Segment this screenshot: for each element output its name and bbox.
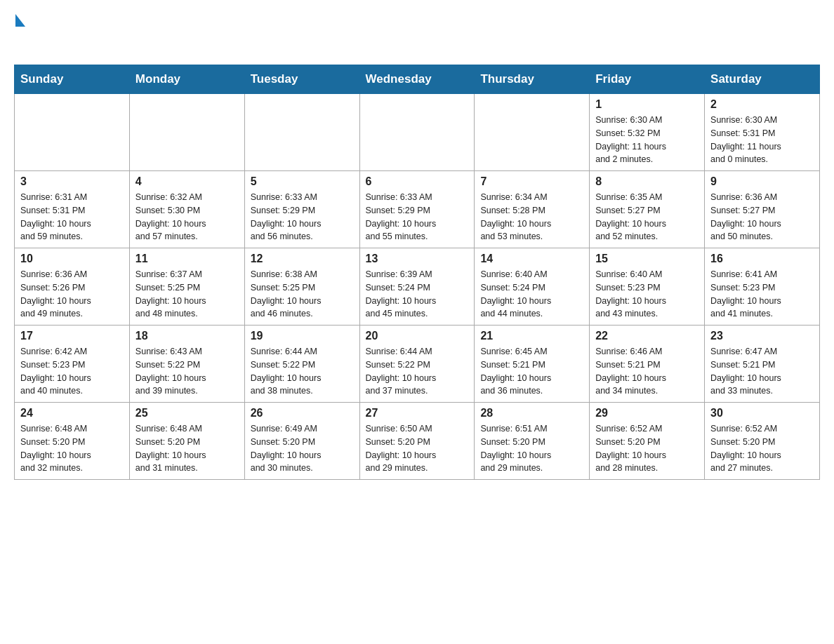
calendar-week-row: 24Sunrise: 6:48 AM Sunset: 5:20 PM Dayli… (15, 403, 820, 480)
calendar-cell (475, 94, 590, 171)
calendar-cell: 12Sunrise: 6:38 AM Sunset: 5:25 PM Dayli… (244, 248, 359, 326)
calendar-cell: 9Sunrise: 6:36 AM Sunset: 5:27 PM Daylig… (705, 171, 820, 248)
day-info: Sunrise: 6:44 AM Sunset: 5:22 PM Dayligh… (251, 345, 354, 398)
calendar-cell: 17Sunrise: 6:42 AM Sunset: 5:23 PM Dayli… (15, 326, 130, 403)
calendar-cell: 5Sunrise: 6:33 AM Sunset: 5:29 PM Daylig… (244, 171, 359, 248)
calendar-cell: 26Sunrise: 6:49 AM Sunset: 5:20 PM Dayli… (244, 403, 359, 480)
day-info: Sunrise: 6:31 AM Sunset: 5:31 PM Dayligh… (20, 191, 124, 243)
calendar-cell: 22Sunrise: 6:46 AM Sunset: 5:21 PM Dayli… (590, 326, 705, 403)
calendar-cell: 10Sunrise: 6:36 AM Sunset: 5:26 PM Dayli… (15, 248, 130, 326)
day-info: Sunrise: 6:40 AM Sunset: 5:24 PM Dayligh… (480, 268, 583, 321)
day-number: 4 (135, 175, 239, 188)
calendar-cell: 25Sunrise: 6:48 AM Sunset: 5:20 PM Dayli… (129, 403, 244, 480)
day-info: Sunrise: 6:30 AM Sunset: 5:32 PM Dayligh… (595, 114, 699, 166)
column-header-saturday: Saturday (705, 65, 820, 94)
calendar-cell: 3Sunrise: 6:31 AM Sunset: 5:31 PM Daylig… (15, 171, 130, 248)
day-number: 12 (251, 253, 354, 265)
calendar-cell: 6Sunrise: 6:33 AM Sunset: 5:29 PM Daylig… (359, 171, 475, 248)
calendar-header-row: SundayMondayTuesdayWednesdayThursdayFrid… (15, 65, 820, 94)
day-info: Sunrise: 6:37 AM Sunset: 5:25 PM Dayligh… (135, 268, 239, 321)
day-number: 26 (251, 407, 354, 420)
calendar-cell (244, 94, 359, 171)
day-number: 11 (135, 253, 239, 265)
day-info: Sunrise: 6:47 AM Sunset: 5:21 PM Dayligh… (710, 345, 814, 398)
day-number: 24 (20, 407, 124, 420)
day-number: 10 (20, 253, 124, 265)
calendar-cell: 15Sunrise: 6:40 AM Sunset: 5:23 PM Dayli… (590, 248, 705, 326)
day-info: Sunrise: 6:36 AM Sunset: 5:27 PM Dayligh… (710, 191, 814, 243)
day-number: 15 (595, 253, 699, 265)
calendar-cell: 13Sunrise: 6:39 AM Sunset: 5:24 PM Dayli… (359, 248, 475, 326)
calendar-cell: 18Sunrise: 6:43 AM Sunset: 5:22 PM Dayli… (129, 326, 244, 403)
day-info: Sunrise: 6:39 AM Sunset: 5:24 PM Dayligh… (366, 268, 469, 321)
day-number: 21 (480, 330, 583, 342)
day-number: 27 (366, 407, 469, 420)
calendar-week-row: 1Sunrise: 6:30 AM Sunset: 5:32 PM Daylig… (15, 94, 820, 171)
column-header-friday: Friday (590, 65, 705, 94)
day-number: 13 (366, 253, 469, 265)
day-info: Sunrise: 6:48 AM Sunset: 5:20 PM Dayligh… (135, 422, 239, 475)
day-info: Sunrise: 6:52 AM Sunset: 5:20 PM Dayligh… (595, 422, 699, 475)
calendar-cell: 30Sunrise: 6:52 AM Sunset: 5:20 PM Dayli… (705, 403, 820, 480)
calendar-cell: 24Sunrise: 6:48 AM Sunset: 5:20 PM Dayli… (15, 403, 130, 480)
day-number: 1 (595, 98, 699, 111)
day-info: Sunrise: 6:49 AM Sunset: 5:20 PM Dayligh… (251, 422, 354, 475)
calendar-cell: 4Sunrise: 6:32 AM Sunset: 5:30 PM Daylig… (129, 171, 244, 248)
day-info: Sunrise: 6:36 AM Sunset: 5:26 PM Dayligh… (20, 268, 124, 321)
day-number: 17 (20, 330, 124, 342)
column-header-thursday: Thursday (475, 65, 590, 94)
day-info: Sunrise: 6:38 AM Sunset: 5:25 PM Dayligh… (251, 268, 354, 321)
day-info: Sunrise: 6:46 AM Sunset: 5:21 PM Dayligh… (595, 345, 699, 398)
day-number: 7 (480, 175, 583, 188)
calendar-cell: 1Sunrise: 6:30 AM Sunset: 5:32 PM Daylig… (590, 94, 705, 171)
calendar-cell: 19Sunrise: 6:44 AM Sunset: 5:22 PM Dayli… (244, 326, 359, 403)
day-number: 9 (710, 175, 814, 188)
day-number: 30 (710, 407, 814, 420)
column-header-tuesday: Tuesday (244, 65, 359, 94)
calendar-cell: 23Sunrise: 6:47 AM Sunset: 5:21 PM Dayli… (705, 326, 820, 403)
day-info: Sunrise: 6:40 AM Sunset: 5:23 PM Dayligh… (595, 268, 699, 321)
day-info: Sunrise: 6:34 AM Sunset: 5:28 PM Dayligh… (480, 191, 583, 243)
column-header-monday: Monday (129, 65, 244, 94)
calendar-cell: 20Sunrise: 6:44 AM Sunset: 5:22 PM Dayli… (359, 326, 475, 403)
day-number: 23 (710, 330, 814, 342)
day-info: Sunrise: 6:33 AM Sunset: 5:29 PM Dayligh… (251, 191, 354, 243)
calendar-cell: 11Sunrise: 6:37 AM Sunset: 5:25 PM Dayli… (129, 248, 244, 326)
calendar-cell: 16Sunrise: 6:41 AM Sunset: 5:23 PM Dayli… (705, 248, 820, 326)
day-number: 22 (595, 330, 699, 342)
day-info: Sunrise: 6:32 AM Sunset: 5:30 PM Dayligh… (135, 191, 239, 243)
day-info: Sunrise: 6:45 AM Sunset: 5:21 PM Dayligh… (480, 345, 583, 398)
calendar-week-row: 10Sunrise: 6:36 AM Sunset: 5:26 PM Dayli… (15, 248, 820, 326)
page-header (14, 14, 820, 51)
calendar-cell: 21Sunrise: 6:45 AM Sunset: 5:21 PM Dayli… (475, 326, 590, 403)
day-info: Sunrise: 6:50 AM Sunset: 5:20 PM Dayligh… (366, 422, 469, 475)
day-number: 2 (710, 98, 814, 111)
day-number: 3 (20, 175, 124, 188)
column-header-sunday: Sunday (15, 65, 130, 94)
calendar-cell: 8Sunrise: 6:35 AM Sunset: 5:27 PM Daylig… (590, 171, 705, 248)
day-number: 20 (366, 330, 469, 342)
day-number: 16 (710, 253, 814, 265)
day-info: Sunrise: 6:44 AM Sunset: 5:22 PM Dayligh… (366, 345, 469, 398)
day-info: Sunrise: 6:51 AM Sunset: 5:20 PM Dayligh… (480, 422, 583, 475)
day-info: Sunrise: 6:42 AM Sunset: 5:23 PM Dayligh… (20, 345, 124, 398)
calendar-cell (15, 94, 130, 171)
calendar-cell: 27Sunrise: 6:50 AM Sunset: 5:20 PM Dayli… (359, 403, 475, 480)
calendar-cell (129, 94, 244, 171)
day-info: Sunrise: 6:33 AM Sunset: 5:29 PM Dayligh… (366, 191, 469, 243)
calendar-table: SundayMondayTuesdayWednesdayThursdayFrid… (14, 65, 820, 480)
column-header-wednesday: Wednesday (359, 65, 475, 94)
calendar-cell (359, 94, 475, 171)
calendar-cell: 7Sunrise: 6:34 AM Sunset: 5:28 PM Daylig… (475, 171, 590, 248)
day-number: 8 (595, 175, 699, 188)
day-number: 14 (480, 253, 583, 265)
day-number: 5 (251, 175, 354, 188)
calendar-week-row: 3Sunrise: 6:31 AM Sunset: 5:31 PM Daylig… (15, 171, 820, 248)
day-info: Sunrise: 6:43 AM Sunset: 5:22 PM Dayligh… (135, 345, 239, 398)
day-info: Sunrise: 6:52 AM Sunset: 5:20 PM Dayligh… (710, 422, 814, 475)
calendar-week-row: 17Sunrise: 6:42 AM Sunset: 5:23 PM Dayli… (15, 326, 820, 403)
day-info: Sunrise: 6:48 AM Sunset: 5:20 PM Dayligh… (20, 422, 124, 475)
day-number: 29 (595, 407, 699, 420)
day-info: Sunrise: 6:41 AM Sunset: 5:23 PM Dayligh… (710, 268, 814, 321)
calendar-cell: 2Sunrise: 6:30 AM Sunset: 5:31 PM Daylig… (705, 94, 820, 171)
